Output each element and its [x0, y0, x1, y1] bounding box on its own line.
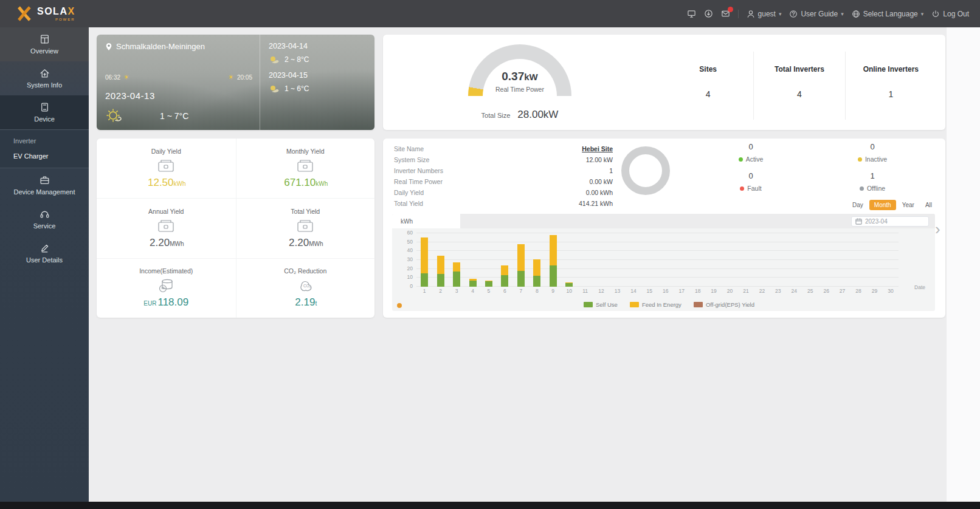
site-fields: Site NameHebei Site System Size12.00 kW …	[394, 143, 613, 209]
yield-cell-co2: CO₂ Reduction CO₂ 2.19t	[236, 258, 375, 318]
status-fault: 0 Fault	[690, 171, 812, 192]
yield-summary-card: Daily Yield 12.50kWh Monthly Yield 671.1…	[97, 138, 374, 318]
forecast-temp: 2 ~ 8°C	[285, 55, 309, 64]
calendar-icon	[855, 218, 862, 225]
weather-card: Schmalkalden-Meiningen 06:32☀ ☀20:05 202…	[97, 35, 374, 130]
weather-location: Schmalkalden-Meiningen	[116, 42, 205, 51]
sidebar-item-service[interactable]: Service	[0, 202, 89, 236]
field-row: Real Time Power0.00 kW	[394, 176, 613, 187]
field-row: Inverter Numbers1	[394, 165, 613, 176]
notification-badge	[728, 7, 733, 12]
status-donut-chart	[621, 146, 670, 195]
forecast-condition-icon	[269, 55, 280, 64]
legend-item[interactable]: Feed In Energy	[630, 301, 682, 308]
location-pin-icon	[105, 43, 112, 51]
x-axis-title: Date	[914, 284, 925, 290]
wallet-icon	[295, 158, 316, 174]
bar-chart: 0102030405060 12345678910111213141516171…	[401, 233, 927, 298]
device-icon	[40, 102, 50, 112]
total-size-label: Total Size	[481, 112, 511, 119]
chart-legend: Self Use Feed In Energy Off-grid(EPS) Yi…	[584, 301, 754, 308]
yield-cell-monthly: Monthly Yield 671.10kWh	[236, 138, 375, 198]
weather-date: 2023-04-13	[105, 91, 155, 101]
sidebar-subitem-inverter[interactable]: Inverter	[0, 134, 89, 149]
real-time-power-label: Real Time Power	[468, 86, 571, 93]
tab-kwh[interactable]: kWh	[392, 214, 460, 228]
assistant-icon[interactable]	[397, 303, 402, 308]
sidebar-item-device[interactable]: Device	[0, 95, 89, 129]
next-site-arrow[interactable]: ›	[935, 220, 940, 239]
status-active: 0 Active	[690, 142, 812, 163]
sunset-icon: ☀	[228, 73, 234, 81]
sidebar-item-label: Overview	[30, 47, 58, 55]
divider	[738, 10, 739, 18]
svg-text:CO₂: CO₂	[303, 284, 311, 288]
logout-button[interactable]: Log Out	[931, 10, 969, 18]
guide-icon	[789, 10, 798, 18]
sidebar-subitem-ev-charger[interactable]: EV Charger	[0, 149, 89, 164]
range-button[interactable]: Year	[897, 200, 919, 210]
download-icon[interactable]	[704, 9, 713, 18]
income-icon	[156, 278, 176, 293]
logout-label: Log Out	[943, 10, 969, 18]
field-row: Total Yield414.21 kWh	[394, 198, 613, 209]
top-navbar: SOLAX POWER guest ▾ User Guide ▾ Select …	[0, 0, 980, 27]
range-button[interactable]: Day	[847, 200, 868, 210]
range-button[interactable]: All	[920, 200, 937, 210]
legend-item[interactable]: Off-grid(EPS) Yield	[694, 301, 754, 308]
brand-name: SOLAX	[37, 7, 75, 16]
yield-cell-income: Income(Estimated) EUR118.09	[97, 258, 236, 318]
stat-sites: Sites 4	[663, 52, 753, 120]
forecast-date: 2023-04-14	[269, 42, 366, 50]
message-icon[interactable]	[721, 9, 730, 18]
range-button[interactable]: Month	[869, 200, 896, 210]
forecast-day: 2023-04-14 2 ~ 8°C	[269, 42, 366, 64]
power-icon	[931, 10, 940, 18]
chevron-down-icon: ▾	[841, 11, 844, 17]
sidebar-item-system-info[interactable]: System Info	[0, 61, 89, 95]
field-row: System Size12.00 kW	[394, 154, 613, 165]
sunrise-icon: ☀	[123, 73, 129, 81]
status-grid: 0 Active 0 Inactive 0 Fault 1 Offline	[690, 142, 933, 192]
user-menu[interactable]: guest ▾	[747, 10, 782, 18]
yield-cell-annual: Annual Yield 2.20MWh	[97, 198, 236, 258]
status-dot	[860, 186, 864, 191]
globe-icon	[852, 10, 860, 18]
bars	[416, 233, 899, 287]
pencil-icon	[40, 243, 50, 253]
site-icon	[40, 68, 50, 78]
sidebar-item-device-management[interactable]: Device Management	[0, 168, 89, 202]
total-size-value: 28.00kW	[517, 109, 558, 120]
co2-icon: CO₂	[295, 278, 316, 293]
legend-item[interactable]: Self Use	[584, 301, 618, 308]
overview-icon	[40, 34, 50, 44]
sidebar-item-overview[interactable]: Overview	[0, 27, 89, 61]
date-picker[interactable]: 2023-04	[851, 216, 929, 227]
weather-today: Schmalkalden-Meiningen 06:32☀ ☀20:05 202…	[97, 35, 260, 130]
status-dot	[739, 157, 743, 162]
chevron-down-icon: ▾	[779, 11, 782, 17]
y-axis: 0102030405060	[401, 233, 414, 287]
field-row: Site NameHebei Site	[394, 143, 613, 154]
user-guide-menu[interactable]: User Guide ▾	[789, 10, 843, 18]
language-menu[interactable]: Select Language ▾	[852, 10, 924, 18]
sidebar-item-user-details[interactable]: User Details	[0, 236, 89, 270]
yield-chart-panel: kWh 2023-04 0102030405060 12345678910111…	[392, 214, 935, 311]
user-guide-label: User Guide	[801, 10, 838, 18]
legend-swatch	[694, 302, 703, 307]
forecast-condition-icon	[269, 84, 280, 93]
bottom-edge	[0, 502, 980, 509]
monitor-icon[interactable]	[687, 9, 696, 18]
chevron-down-icon: ▾	[921, 11, 924, 17]
sidebar-item-label: Service	[33, 222, 56, 230]
legend-swatch	[584, 302, 593, 307]
weather-forecast: 2023-04-14 2 ~ 8°C 2023-04-15 1 ~ 6°C	[260, 35, 374, 130]
username: guest	[758, 10, 776, 18]
stat-online-inverters: Online Inverters 1	[846, 52, 936, 120]
site-name-link[interactable]: Hebei Site	[582, 145, 613, 152]
forecast-temp: 1 ~ 6°C	[285, 84, 309, 93]
sidebar-item-label: Device Management	[14, 188, 75, 196]
forecast-day: 2023-04-15 1 ~ 6°C	[269, 71, 366, 93]
weather-temp: 1 ~ 7°C	[160, 111, 188, 121]
status-dot	[740, 186, 744, 191]
